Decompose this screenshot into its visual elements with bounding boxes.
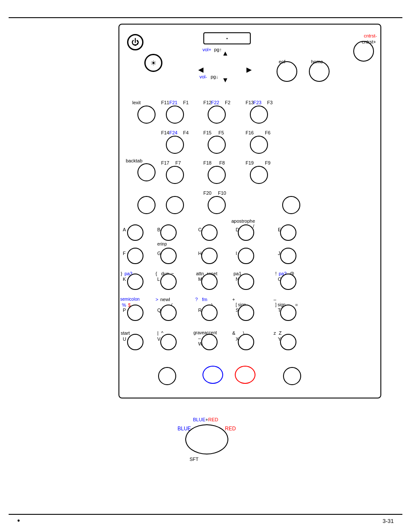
f20-key[interactable] xyxy=(208,196,226,214)
home-label: home xyxy=(311,59,323,64)
f13-label: F13 xyxy=(246,100,254,105)
equals-label: = xyxy=(295,302,298,308)
power-icon[interactable]: ⏻ xyxy=(127,34,143,50)
bottom-rule xyxy=(9,514,402,515)
backtab-label: backtab xyxy=(126,158,143,163)
i-label: I xyxy=(236,251,237,256)
f11-key[interactable] xyxy=(166,106,184,124)
top-rule xyxy=(9,17,402,18)
f21-label: F21 xyxy=(169,100,177,105)
blank-row4-mid[interactable] xyxy=(166,196,184,214)
red-key[interactable] xyxy=(235,366,255,384)
question-label: ? xyxy=(195,297,198,302)
j-key[interactable] xyxy=(280,248,296,264)
backtab-key[interactable] xyxy=(137,163,156,181)
m-key[interactable] xyxy=(201,274,218,290)
p-key[interactable] xyxy=(127,305,143,321)
k-label: K xyxy=(123,277,126,282)
a-key[interactable] xyxy=(127,224,143,241)
h-key[interactable] xyxy=(201,248,218,264)
f5-label: F5 xyxy=(218,130,224,135)
f18-key[interactable] xyxy=(208,166,226,184)
f11-label: F11 xyxy=(161,100,169,105)
vol-minus-label: vol- xyxy=(199,74,207,79)
f-label: F xyxy=(123,251,126,256)
f10-label: F10 xyxy=(218,190,226,196)
f15-key[interactable] xyxy=(208,136,226,154)
bottom-left-key[interactable] xyxy=(158,367,176,385)
o-key[interactable] xyxy=(280,274,296,290)
f14-key[interactable] xyxy=(166,136,184,154)
f19-label: F19 xyxy=(246,160,254,165)
f17-key[interactable] xyxy=(166,166,184,184)
cntrst-plus-label: cntrst+ xyxy=(362,39,376,44)
pct-label: % xyxy=(122,302,126,308)
x-key[interactable] xyxy=(238,334,254,350)
v-key[interactable] xyxy=(160,334,177,350)
f7-label: F7 xyxy=(175,160,181,165)
z-upper-label: Z xyxy=(279,330,282,336)
lexit-label: lexit xyxy=(132,100,141,105)
f23-label: F23 xyxy=(253,100,262,105)
b-key[interactable] xyxy=(160,224,177,241)
k-key[interactable] xyxy=(127,274,143,290)
brightness-icon[interactable]: ☀ xyxy=(144,54,162,72)
lexit-key[interactable] xyxy=(137,106,156,124)
sft-key[interactable] xyxy=(185,424,228,454)
f18-label: F18 xyxy=(203,160,212,165)
left-arrow[interactable]: ◀ xyxy=(198,65,203,74)
caret-label: ^ xyxy=(161,330,163,336)
display-rect: • xyxy=(203,32,251,44)
f16-key[interactable] xyxy=(250,136,268,154)
right-arrow[interactable]: ▶ xyxy=(246,65,252,74)
f12-key[interactable] xyxy=(208,106,226,124)
down-arrow[interactable]: ▼ xyxy=(222,76,229,84)
e-key[interactable] xyxy=(280,224,296,241)
plus-label: + xyxy=(232,297,235,302)
s-key[interactable] xyxy=(238,305,254,321)
n-key[interactable] xyxy=(238,274,254,290)
l-label: L xyxy=(157,277,160,282)
f13-key[interactable] xyxy=(250,106,268,124)
blue-key[interactable] xyxy=(202,366,223,384)
f-key[interactable] xyxy=(127,248,143,264)
newl-label: newl xyxy=(160,297,170,302)
l-key[interactable] xyxy=(160,274,177,290)
eof-label: eof xyxy=(279,59,285,64)
home-key[interactable] xyxy=(309,61,330,82)
w-key[interactable] xyxy=(201,334,218,350)
sft-label: SFT xyxy=(190,457,199,462)
up-arrow[interactable]: ▲ xyxy=(222,50,229,57)
a-label: A xyxy=(123,227,126,232)
y-key[interactable] xyxy=(280,334,296,350)
footer-page: 3-31 xyxy=(383,518,394,524)
display-dot: • xyxy=(226,36,228,41)
bottom-right-key[interactable] xyxy=(283,367,301,385)
t-key[interactable] xyxy=(280,305,296,321)
pg-down-label: pg↓ xyxy=(211,74,218,79)
attn-label: attn xyxy=(196,271,204,276)
q-key[interactable] xyxy=(160,305,177,321)
g-key[interactable] xyxy=(160,248,177,264)
f4-label: F4 xyxy=(183,130,189,135)
f15-label: F15 xyxy=(203,130,212,135)
blank-row4-left[interactable] xyxy=(137,196,156,214)
minus-sign-label: – xyxy=(274,297,276,302)
pg-up-label: pg↑ xyxy=(214,47,222,52)
i-key[interactable] xyxy=(238,248,254,264)
c-key[interactable] xyxy=(201,224,218,241)
p-label: P xyxy=(123,308,126,313)
d-key[interactable] xyxy=(238,224,254,241)
start-label: start xyxy=(121,330,130,336)
f19-key[interactable] xyxy=(250,166,268,184)
blank-row4-right[interactable] xyxy=(282,196,300,214)
f2-label: F2 xyxy=(225,100,230,105)
f14-label: F14 xyxy=(161,130,169,135)
u-key[interactable] xyxy=(127,334,143,350)
f8-label: F8 xyxy=(219,160,225,165)
keyboard-panel: • ⏻ cntrst- cntrst+ ☀ ▲ vol+ pg↑ ◀ ▶ ▼ v… xyxy=(118,24,381,398)
f17-label: F17 xyxy=(161,160,169,165)
fm-label: fm xyxy=(202,297,207,302)
r-key[interactable] xyxy=(201,305,218,321)
eof-key[interactable] xyxy=(277,61,297,82)
